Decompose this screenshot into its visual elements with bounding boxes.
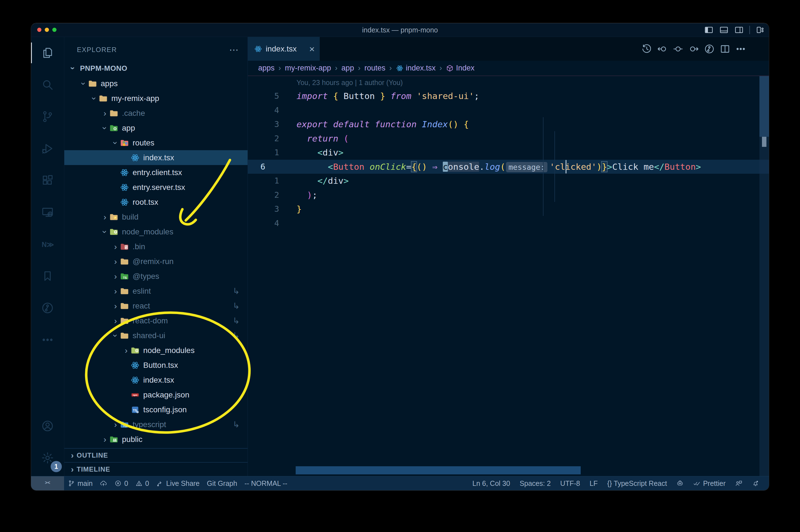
open-changes-icon[interactable] xyxy=(673,44,683,54)
tree-item-shared-ui[interactable]: ›shared-ui↳ xyxy=(64,328,248,343)
status-cursor-position[interactable]: Ln 6, Col 30 xyxy=(468,476,515,490)
status-sync[interactable] xyxy=(96,476,111,490)
layout-customize-icon[interactable] xyxy=(756,25,765,35)
tree-item-apps[interactable]: ›apps xyxy=(64,76,248,91)
previous-change-icon[interactable] xyxy=(657,44,668,54)
activity-run-debug-icon[interactable] xyxy=(31,133,64,165)
tree-item-.cache[interactable]: ›.cache xyxy=(64,106,248,120)
folder-bin-icon: 0110 xyxy=(120,242,129,251)
status-formatter[interactable]: Prettier xyxy=(688,476,730,490)
line-number: 4 xyxy=(248,106,297,115)
explorer-title: EXPLORER xyxy=(77,46,117,54)
tree-item-routes[interactable]: ›routes xyxy=(64,135,248,150)
tree-item-Button.tsx[interactable]: Button.tsx xyxy=(64,358,248,373)
breadcrumb-apps[interactable]: apps xyxy=(258,64,275,73)
tree-item-@remix-run[interactable]: ›@remix-run xyxy=(64,254,248,269)
tree-item-public[interactable]: ›public xyxy=(64,432,248,447)
tree-item-index.tsx[interactable]: index.tsx xyxy=(64,150,248,165)
tree-item-node_modules[interactable]: ›JSnode_modules xyxy=(64,224,248,239)
status-live-share[interactable]: Live Share xyxy=(153,476,203,490)
tree-item-my-remix-app[interactable]: ›my-remix-app xyxy=(64,91,248,106)
tree-item-eslint[interactable]: ›eslint↳ xyxy=(64,284,248,299)
layout-sidebar-right-icon[interactable] xyxy=(734,25,744,35)
timeline-icon[interactable] xyxy=(642,44,652,54)
activity-settings-icon[interactable]: 1 xyxy=(31,442,64,474)
activity-bar: N≫1 xyxy=(31,37,64,476)
tree-item-label: node_modules xyxy=(122,227,173,236)
tree-item-app[interactable]: ›app xyxy=(64,120,248,135)
tree-item-entry.client.tsx[interactable]: entry.client.tsx xyxy=(64,165,248,180)
tree-item-root.tsx[interactable]: root.tsx xyxy=(64,195,248,209)
tree-item-label: react-dom xyxy=(133,316,168,325)
layout-sidebar-left-icon[interactable] xyxy=(704,25,713,35)
status-language-mode[interactable]: {} TypeScript React xyxy=(603,476,672,490)
code-editor[interactable]: You, 23 hours ago | 1 author (You)5impor… xyxy=(248,76,769,476)
line-number: 3 xyxy=(248,119,297,129)
breadcrumb-routes[interactable]: routes xyxy=(364,64,385,73)
react-icon xyxy=(254,45,262,53)
status-label: -- NORMAL -- xyxy=(245,479,287,488)
gitlens-file-history-icon[interactable] xyxy=(704,44,715,54)
breadcrumb-Index[interactable]: Index xyxy=(446,64,474,73)
status-git-branch[interactable]: main xyxy=(64,476,96,490)
line-number: 1 xyxy=(248,176,297,186)
breadcrumb-index.tsx[interactable]: index.tsx xyxy=(396,64,436,73)
tree-item-entry.server.tsx[interactable]: entry.server.tsx xyxy=(64,180,248,195)
status-copilot[interactable] xyxy=(672,476,688,490)
tree-item-label: my-remix-app xyxy=(111,94,159,103)
status-feedback[interactable] xyxy=(730,476,747,490)
workspace-root-label: PNPM-MONO xyxy=(80,64,127,73)
tree-item-react-dom[interactable]: ›react-dom↳ xyxy=(64,313,248,328)
status-warnings[interactable]: 0 xyxy=(132,476,153,490)
close-tab-icon[interactable]: × xyxy=(309,44,315,54)
tree-item-react[interactable]: ›react↳ xyxy=(64,299,248,313)
activity-remote-explorer-icon[interactable] xyxy=(31,196,64,228)
activity-bookmarks-icon[interactable] xyxy=(31,260,64,292)
tab-index-tsx[interactable]: index.tsx × xyxy=(248,37,320,61)
activity-accounts-icon[interactable] xyxy=(31,410,64,442)
code-line: 1 <div> xyxy=(248,146,769,160)
section-timeline[interactable]: ›TIMELINE xyxy=(64,462,248,476)
status-remote-indicator[interactable]: >< xyxy=(31,476,64,490)
status-indentation[interactable]: Spaces: 2 xyxy=(515,476,555,490)
tree-item-build[interactable]: ›build xyxy=(64,209,248,224)
status-encoding[interactable]: UTF-8 xyxy=(555,476,585,490)
activity-more-views-icon[interactable] xyxy=(31,324,64,356)
activity-extensions-icon[interactable] xyxy=(31,165,64,196)
tree-item-typescript[interactable]: ›TStypescript↳ xyxy=(64,417,248,432)
status-errors[interactable]: 0 xyxy=(111,476,132,490)
scrollbar-thumb[interactable] xyxy=(759,76,769,137)
activity-source-control-icon[interactable] xyxy=(31,101,64,133)
more-actions-icon[interactable] xyxy=(736,44,746,54)
horizontal-scrollbar[interactable] xyxy=(296,466,581,474)
tree-item-index.tsx[interactable]: index.tsx xyxy=(64,373,248,387)
tree-item-tsconfig.json[interactable]: TStsconfig.json xyxy=(64,402,248,417)
activity-gitlens-icon[interactable] xyxy=(31,292,64,324)
workspace-root-item[interactable]: › PNPM-MONO xyxy=(64,63,248,74)
tree-item-package.json[interactable]: npmpackage.json xyxy=(64,387,248,402)
status-git-graph[interactable]: Git Graph xyxy=(203,476,241,490)
activity-nx-console-icon[interactable]: N≫ xyxy=(31,228,64,260)
split-editor-icon[interactable] xyxy=(720,44,730,54)
tree-item-.bin[interactable]: ›0110.bin xyxy=(64,239,248,254)
breadcrumb-app[interactable]: app xyxy=(342,64,354,73)
next-change-icon[interactable] xyxy=(688,44,699,54)
git-blame-annotation: You, 23 hours ago | 1 author (You) xyxy=(248,76,769,89)
breadcrumb-separator: › xyxy=(389,64,392,73)
tree-item-label: @types xyxy=(133,272,159,281)
section-outline[interactable]: ›OUTLINE xyxy=(64,448,248,462)
status-notifications[interactable] xyxy=(747,476,764,490)
activity-explorer-icon[interactable] xyxy=(31,37,64,69)
tree-item-node_modules[interactable]: ›JSnode_modules xyxy=(64,343,248,358)
layout-panel-icon[interactable] xyxy=(719,25,729,35)
vertical-scrollbar[interactable] xyxy=(759,76,769,476)
breadcrumb-my-remix-app[interactable]: my-remix-app xyxy=(285,64,331,73)
explorer-more-actions-icon[interactable]: ⋯ xyxy=(229,44,239,55)
chevron-down-icon: › xyxy=(79,79,88,88)
activity-search-icon[interactable] xyxy=(31,69,64,101)
status-vim-mode[interactable]: -- NORMAL -- xyxy=(241,476,291,490)
symlink-icon: ↳ xyxy=(233,286,240,296)
tree-item-@types[interactable]: ›TS@types xyxy=(64,269,248,284)
status-eol[interactable]: LF xyxy=(585,476,603,490)
svg-text:TS: TS xyxy=(133,408,137,412)
